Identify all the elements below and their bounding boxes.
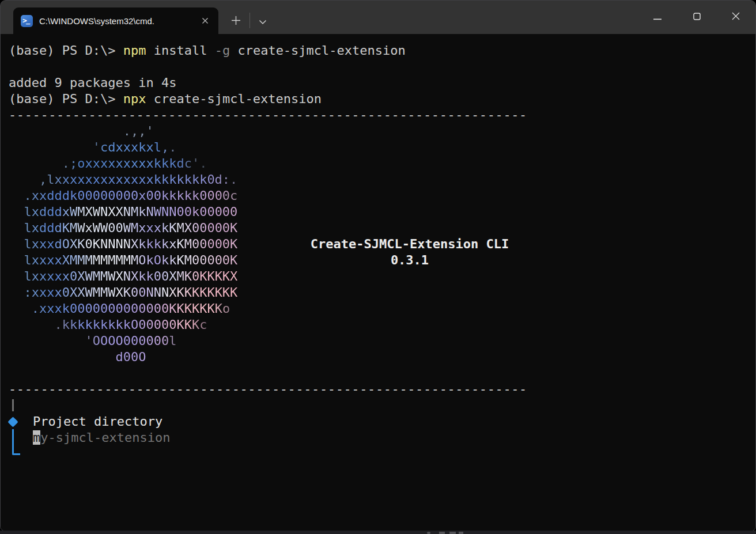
- taskbar-glyph: [449, 532, 456, 534]
- ascii-art-line: 'OOOO000000l: [9, 333, 755, 349]
- ascii-art-line: 'cdxxxkxl,.: [9, 139, 755, 156]
- ascii-art-line: .;oxxxxxxxxxkkkdc'.: [9, 156, 755, 172]
- command-line-2: (base) PS D:\> npx create-sjmcl-extensio…: [9, 91, 755, 107]
- ascii-art-line: lxdddxWMXWNXXNMkNWNN00k00000: [9, 204, 755, 220]
- clack-prompt: Project directory my-sjmcl-extension: [1, 397, 755, 462]
- blank-line: [9, 365, 755, 381]
- cli-banner: Create-SJMCL-Extension CLI 0.3.1: [266, 236, 554, 268]
- text-cursor: m: [33, 430, 40, 445]
- tab-close-icon[interactable]: [199, 14, 211, 27]
- ascii-art-line: .,,': [9, 123, 755, 139]
- titlebar[interactable]: >_ C:\WINDOWS\system32\cmd.: [1, 1, 755, 34]
- close-button[interactable]: [716, 1, 755, 34]
- plus-icon: [231, 16, 241, 28]
- maximize-icon: [693, 12, 701, 22]
- ascii-art-line: .xxdddk00000000x00kkkkk0000c: [9, 188, 755, 204]
- ascii-art-line: .xxxk0000000000000KKKKKKKo: [9, 301, 755, 317]
- cli-title: Create-SJMCL-Extension CLI: [266, 236, 554, 252]
- tab-cmd[interactable]: >_ C:\WINDOWS\system32\cmd.: [13, 7, 218, 34]
- prompt-text: (base) PS D:\>: [9, 43, 123, 58]
- taskbar-glyph: [439, 532, 445, 534]
- project-directory-input[interactable]: my-sjmcl-extension: [33, 430, 170, 446]
- minimize-button[interactable]: [638, 1, 677, 34]
- prompt-text: (base) PS D:\>: [9, 92, 123, 106]
- cli-version: 0.3.1: [266, 252, 554, 268]
- ascii-art-line: lxdddKMWxWW00WMxxxkKMX00000K: [9, 220, 755, 236]
- ascii-art-line: ,lxxxxxxxxxxxxxkkkkkkk0d:.: [9, 172, 755, 188]
- command-token: npm: [123, 43, 146, 58]
- chevron-down-icon: [259, 17, 267, 27]
- ascii-art-line: :xxxx0XXWMMWXK00NNNXKKKKKKKK: [9, 285, 755, 301]
- taskbar-glyph: [459, 532, 463, 534]
- diamond-icon: [7, 416, 18, 427]
- param-token: -g: [215, 43, 230, 58]
- tab-dropdown-button[interactable]: [253, 12, 272, 31]
- maximize-button[interactable]: [677, 1, 716, 34]
- divider-top: ----------------------------------------…: [9, 107, 755, 123]
- window-controls: [638, 1, 755, 34]
- command-token: npx: [123, 92, 146, 106]
- terminal-screen[interactable]: (base) PS D:\> npm install -g create-sjm…: [1, 34, 755, 531]
- new-tab-button[interactable]: [226, 12, 246, 31]
- ascii-art-line: d00O: [9, 349, 755, 365]
- desktop-sliver: [0, 531, 756, 534]
- tab-title: C:\WINDOWS\system32\cmd.: [39, 16, 199, 26]
- ascii-art-line: lxxxxx0XWMMWXNXkk00XMK0KKKKX: [9, 268, 755, 285]
- ascii-art-line: .kkkkkkkkkO00000KKKc: [9, 317, 755, 333]
- prompt-rail: [12, 429, 20, 455]
- terminal-window: >_ C:\WINDOWS\system32\cmd.: [0, 0, 756, 531]
- divider-bottom: ----------------------------------------…: [9, 381, 755, 397]
- prompt-history-bar: [12, 399, 14, 411]
- command-line-1: (base) PS D:\> npm install -g create-sjm…: [9, 43, 755, 59]
- taskbar-glyph: [427, 532, 430, 534]
- prompt-question: Project directory: [33, 414, 162, 430]
- blank-line: [9, 59, 755, 75]
- minimize-icon: [653, 12, 662, 22]
- npm-output-line: added 9 packages in 4s: [9, 75, 755, 91]
- tab-bar-divider: [250, 13, 250, 28]
- powershell-icon: >_: [21, 15, 33, 27]
- input-placeholder: y-sjmcl-extension: [40, 430, 170, 445]
- close-icon: [732, 12, 740, 22]
